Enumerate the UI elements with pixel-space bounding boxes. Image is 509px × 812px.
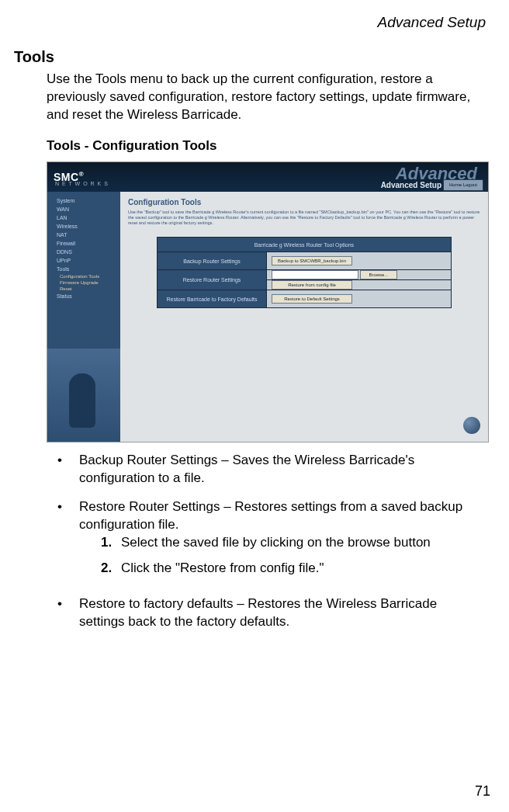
table-header: Barricade g Wireless Router Tool Options — [158, 238, 452, 252]
page-header-section: Advanced Setup — [14, 14, 486, 31]
bullet-backup-text: Backup Router Settings – Saves the Wirel… — [79, 452, 484, 488]
sidebar-item[interactable]: Tools — [50, 265, 117, 273]
bullet-dot-icon: • — [57, 452, 79, 488]
smc-sublogo: N E T W O R K S — [55, 181, 109, 186]
sidebar-item[interactable]: LAN — [50, 213, 117, 222]
sidebar-item[interactable]: System — [50, 196, 117, 205]
restore-label: Restore Router Settings — [158, 270, 267, 290]
bullet-restore-text: Restore Router Settings – Restores setti… — [79, 498, 484, 534]
step-2-text: Click the "Restore from config file." — [121, 560, 324, 578]
step-number: 1. — [101, 534, 121, 552]
screenshot-main: Configuration Tools Use the "Backup" too… — [120, 192, 488, 442]
step-1-text: Select the saved file by clicking on the… — [121, 534, 431, 552]
screenshot-topbar: SMC® N E T W O R K S Advanced Advanced S… — [47, 162, 488, 192]
bullet-list: • Backup Router Settings – Saves the Wir… — [57, 452, 484, 632]
browse-button[interactable]: Browse... — [360, 270, 397, 279]
screenshot-sidebar: System WAN LAN Wireless NAT Firewall DDN… — [47, 192, 120, 442]
sidebar-subitem[interactable]: Configuration Tools — [50, 273, 117, 279]
page-number: 71 — [475, 783, 490, 800]
sidebar-item[interactable]: UPnP — [50, 256, 117, 265]
step-2: 2. Click the "Restore from config file." — [101, 560, 484, 578]
restore-defaults-button[interactable]: Restore to Default Settings — [272, 294, 352, 304]
sidebar-item[interactable]: WAN — [50, 205, 117, 213]
bullet-restore: • Restore Router Settings – Restores set… — [57, 498, 484, 585]
sidebar-item[interactable]: Firewall — [50, 239, 117, 248]
bullet-factory: • Restore to factory defaults – Restores… — [57, 595, 484, 631]
sidebar-subitem[interactable]: Reset — [50, 286, 117, 292]
router-screenshot: SMC® N E T W O R K S Advanced Advanced S… — [47, 161, 489, 442]
bullet-dot-icon: • — [57, 595, 79, 631]
bullet-backup: • Backup Router Settings – Saves the Wir… — [57, 452, 484, 488]
sidebar-subitem[interactable]: Firmware Upgrade — [50, 279, 117, 286]
heading-tools: Tools — [14, 48, 492, 66]
restore-from-file-button[interactable]: Restore from config file — [272, 280, 352, 290]
sidebar-item[interactable]: Wireless — [50, 222, 117, 231]
sidebar-item[interactable]: Status — [50, 292, 117, 300]
backup-button[interactable]: Backup to SMCWBR_backup.bin — [272, 256, 352, 265]
heading-config-tools: Tools - Configuration Tools — [47, 138, 492, 154]
panel-description: Use the "Backup" tool to save the Barric… — [128, 210, 480, 226]
step-number: 2. — [101, 560, 121, 578]
panel-title: Configuration Tools — [128, 198, 488, 206]
advanced-setup-label: Advanced Setup — [381, 181, 441, 189]
sidebar-item[interactable]: DDNS — [50, 248, 117, 256]
factory-defaults-label: Restore Barricade to Factory Defaults — [158, 290, 267, 308]
sidebar-item[interactable]: NAT — [50, 231, 117, 239]
home-logout-button[interactable]: Home Logout — [443, 179, 483, 191]
step-1: 1. Select the saved file by clicking on … — [101, 534, 484, 552]
screenshot-container: SMC® N E T W O R K S Advanced Advanced S… — [47, 161, 484, 442]
help-icon[interactable] — [463, 417, 480, 434]
bullet-dot-icon: • — [57, 498, 79, 585]
restore-file-input[interactable] — [272, 270, 358, 279]
intro-paragraph: Use the Tools menu to back up the curren… — [47, 71, 484, 124]
bullet-factory-text: Restore to factory defaults – Restores t… — [79, 595, 484, 631]
backup-label: Backup Router Settings — [158, 252, 267, 270]
config-tools-table: Barricade g Wireless Router Tool Options… — [157, 237, 452, 308]
